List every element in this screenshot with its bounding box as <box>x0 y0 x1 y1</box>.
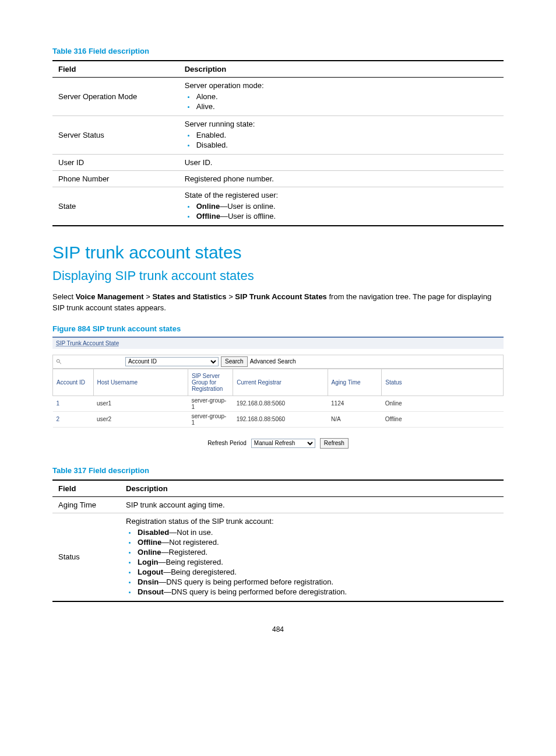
search-row: Account ID Search Advanced Search <box>52 355 504 369</box>
cell-description: Registration status of the SIP trunk acc… <box>120 513 504 601</box>
account-grid: Account ID Host Username SIP Server Grou… <box>52 369 504 428</box>
list-item: Enabled. <box>195 131 498 139</box>
list-item: Offline—User is offline. <box>195 212 498 220</box>
cell-description: User ID. <box>179 155 504 171</box>
svg-line-1 <box>59 362 61 363</box>
cell-description: Server running state:Enabled.Disabled. <box>179 116 504 155</box>
nav-sep2: > <box>227 292 235 301</box>
cell-field: State <box>52 187 179 226</box>
list-item: Online—User is online. <box>195 202 498 211</box>
cell-field: Phone Number <box>52 171 179 187</box>
list-item: Dnsout—DNS query is being performed befo… <box>136 587 498 596</box>
search-icon <box>55 358 62 365</box>
cell-current-registrar: 192.168.0.88:5060 <box>233 396 328 411</box>
cell-field: Server Status <box>52 116 179 155</box>
table-row: 1user1server-group-1192.168.0.88:5060112… <box>53 396 504 411</box>
nav-instruction: Select Voice Management > States and Sta… <box>52 292 504 314</box>
cell-host-username: user2 <box>93 411 188 427</box>
col-sip-group[interactable]: SIP Server Group for Registration <box>188 369 233 396</box>
cell-description: Registered phone number. <box>179 171 504 187</box>
table-row: 2user2server-group-1192.168.0.88:5060N/A… <box>53 411 504 427</box>
list-item: Disabled. <box>195 141 498 149</box>
cell-aging-time: N/A <box>328 411 382 427</box>
tab-sip-trunk[interactable]: SIP Trunk Account State <box>56 340 119 346</box>
col-host-username[interactable]: Host Username <box>93 369 188 396</box>
refresh-button[interactable]: Refresh <box>320 438 349 449</box>
col-status[interactable]: Status <box>382 369 504 396</box>
list-item: Dnsin—DNS query is being performed befor… <box>136 578 498 586</box>
cell-description: SIP trunk account aging time. <box>120 496 504 513</box>
list-item: Alone. <box>195 92 498 101</box>
refresh-row: Refresh Period Manual Refresh Refresh <box>52 428 504 452</box>
list-item: Login—Being registered. <box>136 558 498 566</box>
cell-sip-group: server-group-1 <box>188 396 233 411</box>
cell-current-registrar: 192.168.0.88:5060 <box>233 411 328 427</box>
list-item: Alive. <box>195 102 498 111</box>
cell-field: User ID <box>52 155 179 171</box>
nav-sep1: > <box>144 292 153 301</box>
list-item: Logout—Being deregistered. <box>136 568 498 576</box>
col-current-registrar[interactable]: Current Registrar <box>233 369 328 396</box>
tab-bar: SIP Trunk Account State <box>52 337 504 349</box>
refresh-period-select[interactable]: Manual Refresh <box>251 439 315 448</box>
svg-point-0 <box>57 359 59 362</box>
cell-host-username: user1 <box>93 396 188 411</box>
table-row: Server Operation ModeServer operation mo… <box>52 78 504 116</box>
figure-884: SIP Trunk Account State Account ID Searc… <box>52 337 504 452</box>
search-button[interactable]: Search <box>221 356 248 367</box>
table-row: User IDUser ID. <box>52 155 504 171</box>
th-field: Field <box>52 480 120 497</box>
search-field-select[interactable]: Account ID <box>125 357 219 366</box>
th-field: Field <box>52 61 179 78</box>
th-description: Description <box>179 61 504 78</box>
table-row: Phone NumberRegistered phone number. <box>52 171 504 187</box>
col-account-id[interactable]: Account ID <box>53 369 94 396</box>
refresh-period-label: Refresh Period <box>207 440 247 446</box>
list-item: Online—Registered. <box>136 548 498 556</box>
col-aging-time[interactable]: Aging Time <box>328 369 382 396</box>
page-number: 484 <box>52 625 504 634</box>
cell-description: State of the registered user:Online—User… <box>179 187 504 226</box>
cell-description: Server operation mode:Alone.Alive. <box>179 78 504 116</box>
table-316: Field Description Server Operation ModeS… <box>52 60 504 226</box>
nav-b2: States and Statistics <box>152 292 226 301</box>
table-317: Field Description Aging TimeSIP trunk ac… <box>52 480 504 602</box>
table-316-caption: Table 316 Field description <box>52 47 504 55</box>
cell-field: Server Operation Mode <box>52 78 179 116</box>
cell-status: Offline <box>382 411 504 427</box>
table-317-caption: Table 317 Field description <box>52 466 504 475</box>
cell-account-id[interactable]: 1 <box>53 396 94 411</box>
cell-aging-time: 1124 <box>328 396 382 411</box>
list-item: Offline—Not registered. <box>136 538 498 547</box>
th-description: Description <box>120 480 504 497</box>
cell-field: Aging Time <box>52 496 120 513</box>
advanced-search-link[interactable]: Advanced Search <box>250 358 296 365</box>
page-title: SIP trunk account states <box>52 243 504 262</box>
nav-prefix: Select <box>52 292 76 301</box>
nav-b1: Voice Management <box>76 292 144 301</box>
table-row: Aging TimeSIP trunk account aging time. <box>52 496 504 513</box>
cell-field: Status <box>52 513 120 601</box>
cell-status: Online <box>382 396 504 411</box>
table-row: StatusRegistration status of the SIP tru… <box>52 513 504 601</box>
table-row: StateState of the registered user:Online… <box>52 187 504 226</box>
table-row: Server StatusServer running state:Enable… <box>52 116 504 155</box>
list-item: Disabled—Not in use. <box>136 528 498 537</box>
cell-sip-group: server-group-1 <box>188 411 233 427</box>
nav-b3: SIP Trunk Account States <box>235 292 327 301</box>
figure-884-caption: Figure 884 SIP trunk account states <box>52 324 504 333</box>
cell-account-id[interactable]: 2 <box>53 411 94 427</box>
subsection-title: Displaying SIP trunk account states <box>52 268 504 284</box>
